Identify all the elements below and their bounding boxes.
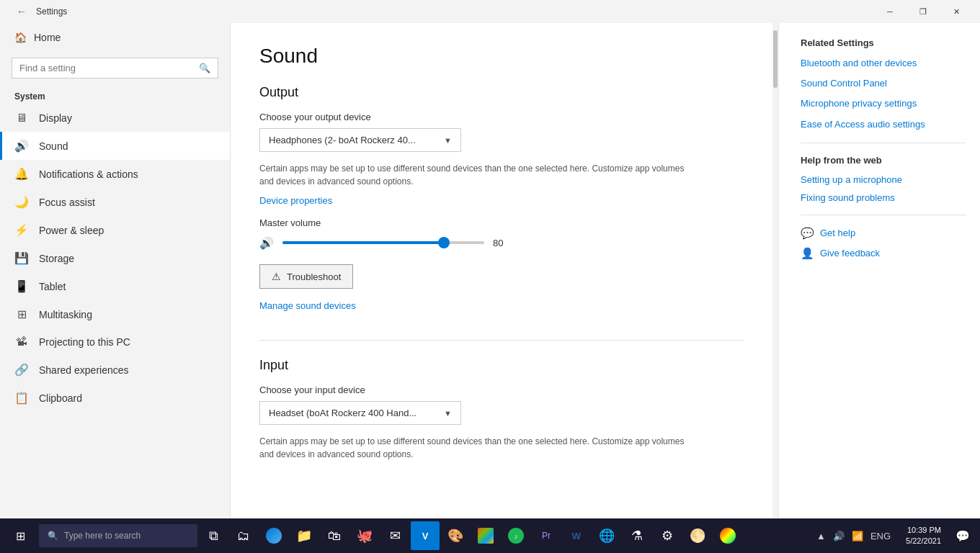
taskbar-app-mail[interactable]: ✉: [380, 521, 409, 550]
output-device-value: Headphones (2- boAt Rockerz 40...: [269, 135, 416, 145]
taskbar-app-premiere[interactable]: Pr: [532, 521, 561, 550]
input-device-dropdown[interactable]: Headset (boAt Rockerz 400 Hand... ▼: [259, 401, 461, 425]
device-properties-link[interactable]: Device properties: [259, 195, 332, 206]
systray-lang[interactable]: ENG: [868, 529, 893, 543]
taskbar-app-word[interactable]: W: [562, 521, 591, 550]
edge-icon: [266, 528, 282, 544]
volume-value: 80: [493, 238, 514, 248]
taskbar-app-v[interactable]: V: [411, 521, 440, 550]
taskbar-app-flask[interactable]: ⚗: [623, 521, 651, 550]
sidebar-item-label: Power & sleep: [39, 225, 104, 236]
taskview-button[interactable]: ⧉: [199, 521, 228, 550]
get-help-link[interactable]: 💬 Get help: [801, 227, 966, 240]
taskbar-app-store[interactable]: 🛍: [320, 521, 349, 550]
sidebar-item-power[interactable]: ⚡ Power & sleep: [0, 216, 230, 244]
taskbar-app-taskview[interactable]: 🗂: [229, 521, 258, 550]
scrollbar[interactable]: [772, 23, 778, 518]
taskbar-search[interactable]: 🔍 Type here to search: [39, 524, 197, 547]
troubleshoot-button[interactable]: ⚠ Troubleshoot: [259, 264, 353, 289]
manage-devices-link[interactable]: Manage sound devices: [259, 300, 356, 311]
related-title: Related Settings: [801, 37, 966, 48]
related-link-sound-panel[interactable]: Sound Control Panel: [801, 77, 966, 90]
colorful-icon: [720, 528, 736, 544]
sidebar-item-projecting[interactable]: 📽 Projecting to this PC: [0, 328, 230, 356]
search-icon: 🔍: [48, 531, 58, 541]
taskbar-app-ms365[interactable]: [471, 521, 500, 550]
sidebar-item-notifications[interactable]: 🔔 Notifications & actions: [0, 160, 230, 188]
taskbar-app-ps[interactable]: 🎨: [441, 521, 470, 550]
search-input[interactable]: [19, 63, 199, 73]
sidebar-item-label: Projecting to this PC: [39, 336, 130, 348]
help-link-microphone[interactable]: Setting up a microphone: [801, 174, 966, 185]
start-button[interactable]: ⊞: [3, 518, 37, 553]
spotify-icon: ♪: [508, 528, 524, 544]
sidebar-item-multitasking[interactable]: ⊞ Multitasking: [0, 300, 230, 328]
notifications-icon: 🔔: [14, 167, 29, 181]
power-icon: ⚡: [14, 223, 29, 237]
taskbar-app-spotify[interactable]: ♪: [502, 521, 530, 550]
taskbar-app-explorer[interactable]: 📁: [290, 521, 318, 550]
sidebar-item-label: Notifications & actions: [39, 168, 138, 180]
search-icon: 🔍: [199, 63, 210, 73]
app-container: 🏠 Home 🔍 System 🖥 Display 🔊 Sound 🔔 Noti…: [0, 23, 980, 518]
volume-icon: 🔊: [259, 236, 274, 250]
input-dropdown-arrow-icon: ▼: [444, 409, 452, 418]
sidebar: 🏠 Home 🔍 System 🖥 Display 🔊 Sound 🔔 Noti…: [0, 23, 231, 518]
related-link-microphone[interactable]: Microphone privacy settings: [801, 97, 966, 110]
related-link-ease-audio[interactable]: Ease of Access audio settings: [801, 118, 966, 131]
slider-thumb[interactable]: [438, 237, 450, 248]
taskbar-app-chrome[interactable]: 🌐: [592, 521, 621, 550]
troubleshoot-label: Troubleshoot: [287, 271, 341, 282]
give-feedback-link[interactable]: 👤 Give feedback: [801, 247, 966, 260]
help-link-sound-problems[interactable]: Fixing sound problems: [801, 192, 966, 203]
shared-icon: 🔗: [14, 363, 29, 377]
notification-button[interactable]: 💬: [948, 518, 977, 553]
taskbar-app-moon[interactable]: 🌕: [683, 521, 712, 550]
taskbar-app-edge[interactable]: [259, 521, 288, 550]
sidebar-item-label: Clipboard: [39, 392, 82, 404]
time-display: 10:39 PM: [906, 525, 941, 536]
close-button[interactable]: ✕: [940, 0, 973, 23]
related-link-bluetooth[interactable]: Bluetooth and other devices: [801, 57, 966, 70]
sidebar-item-label: Sound: [39, 140, 68, 152]
sidebar-item-label: Display: [39, 112, 72, 124]
sidebar-home[interactable]: 🏠 Home: [0, 23, 230, 52]
storage-icon: 💾: [14, 251, 29, 265]
maximize-button[interactable]: ❐: [906, 0, 940, 23]
sidebar-item-shared[interactable]: 🔗 Shared experiences: [0, 356, 230, 384]
taskbar-app-settings[interactable]: ⚙: [653, 521, 682, 550]
sidebar-item-clipboard[interactable]: 📋 Clipboard: [0, 384, 230, 412]
dropdown-arrow-icon: ▼: [444, 136, 452, 145]
multitasking-icon: ⊞: [14, 307, 29, 321]
give-feedback-label: Give feedback: [820, 248, 880, 258]
search-placeholder: Type here to search: [64, 531, 141, 541]
sidebar-item-label: Multitasking: [39, 309, 92, 320]
scrollbar-thumb[interactable]: [773, 30, 778, 88]
section-divider: [259, 340, 744, 341]
display-icon: 🖥: [14, 112, 29, 125]
get-help-icon: 💬: [801, 227, 814, 240]
tablet-icon: 📱: [14, 279, 29, 293]
taskbar-app-colorful[interactable]: [713, 521, 742, 550]
output-device-dropdown[interactable]: Headphones (2- boAt Rockerz 40... ▼: [259, 128, 461, 152]
titlebar: ← Settings ─ ❐ ✕: [0, 0, 980, 23]
sound-icon: 🔊: [14, 139, 29, 153]
system-section-label: System: [0, 84, 230, 104]
systray-chevron[interactable]: ▲: [814, 529, 828, 543]
systray-time[interactable]: 10:39 PM 5/22/2021: [900, 525, 947, 547]
taskbar-app-github[interactable]: 🐙: [350, 521, 379, 550]
output-hint-text: Certain apps may be set up to use differ…: [259, 162, 692, 188]
sidebar-item-display[interactable]: 🖥 Display: [0, 104, 230, 132]
back-button[interactable]: ←: [7, 0, 36, 23]
warning-icon: ⚠: [272, 271, 281, 282]
sidebar-item-tablet[interactable]: 📱 Tablet: [0, 272, 230, 300]
sidebar-item-sound[interactable]: 🔊 Sound: [0, 132, 230, 160]
systray-volume[interactable]: 📶: [850, 529, 865, 543]
sidebar-item-storage[interactable]: 💾 Storage: [0, 244, 230, 272]
titlebar-title: Settings: [36, 6, 873, 17]
volume-slider[interactable]: [282, 235, 484, 250]
search-box[interactable]: 🔍: [12, 58, 218, 78]
systray-network[interactable]: 🔊: [831, 529, 847, 543]
sidebar-item-focus[interactable]: 🌙 Focus assist: [0, 188, 230, 216]
minimize-button[interactable]: ─: [873, 0, 906, 23]
